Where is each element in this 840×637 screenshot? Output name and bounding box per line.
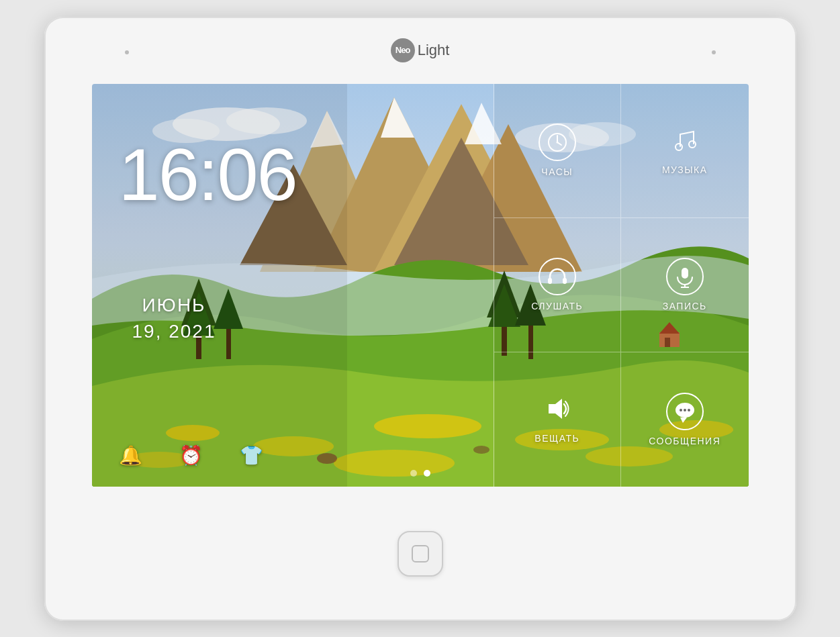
panel-broadcast[interactable]: ВЕЩАТЬ: [494, 352, 622, 487]
panel-messages[interactable]: СООБЩЕНИЯ: [621, 352, 749, 487]
clock-circle-icon: [539, 124, 576, 161]
mic-icon: [666, 258, 704, 295]
shirt-icon[interactable]: 👕: [240, 444, 263, 467]
broadcast-label: ВЕЩАТЬ: [534, 433, 579, 444]
svg-point-54: [688, 409, 690, 411]
page-dots: [410, 470, 430, 477]
svg-marker-10: [381, 97, 414, 138]
device-bottom: [398, 487, 443, 621]
brand-logo: Neo Light: [391, 38, 450, 62]
svg-point-53: [684, 409, 686, 411]
record-label: ЗАПИСЬ: [663, 301, 707, 311]
clock-label: ЧАСЫ: [541, 166, 573, 177]
device-top: Neo Light: [44, 17, 796, 84]
svg-rect-47: [682, 268, 688, 279]
home-button-icon: [412, 545, 429, 562]
right-panel: ЧАСЫ МУЗЫКА: [494, 84, 749, 487]
bell-icon[interactable]: 🔔: [119, 444, 142, 467]
panel-clock[interactable]: ЧАСЫ: [494, 84, 622, 218]
svg-point-44: [689, 141, 696, 148]
svg-point-17: [374, 414, 481, 438]
messages-label: СООБЩЕНИЯ: [649, 436, 720, 446]
svg-point-24: [473, 446, 489, 454]
logo-circle: Neo: [391, 38, 415, 62]
page-dot-1[interactable]: [410, 470, 417, 477]
chat-icon: [666, 393, 704, 430]
panel-listen[interactable]: СЛУШАТЬ: [494, 218, 622, 352]
page-dot-2[interactable]: [424, 470, 430, 477]
logo-light: Light: [418, 42, 450, 59]
svg-marker-12: [310, 111, 344, 148]
svg-marker-7: [314, 97, 481, 272]
svg-point-42: [556, 142, 558, 144]
logo-neo: Neo: [395, 45, 410, 55]
svg-point-23: [317, 453, 337, 464]
clock-time: 16:06: [119, 138, 297, 211]
svg-point-52: [680, 409, 682, 411]
day-year-label: 19, 2021: [132, 318, 216, 344]
clock-date: ИЮНЬ 19, 2021: [132, 292, 216, 344]
svg-rect-45: [548, 278, 552, 284]
camera-dot-left: [125, 50, 129, 54]
svg-point-2: [226, 107, 307, 134]
headphones-icon: [539, 258, 576, 295]
svg-rect-28: [226, 326, 231, 359]
home-button[interactable]: [398, 531, 443, 577]
music-label: МУЗЫКА: [662, 164, 708, 175]
svg-marker-29: [214, 289, 243, 329]
listen-label: СЛУШАТЬ: [531, 301, 583, 311]
panel-music[interactable]: МУЗЫКА: [621, 84, 749, 218]
device: Neo Light: [44, 17, 796, 621]
svg-marker-50: [549, 399, 562, 419]
camera-dot-right: [712, 50, 716, 54]
svg-point-21: [334, 450, 455, 477]
panel-record[interactable]: ЗАПИСЬ: [621, 218, 749, 352]
speaker-icon: [543, 395, 571, 428]
screen: 16:06 ИЮНЬ 19, 2021 🔔 ⏰ 👕: [92, 84, 749, 487]
month-label: ИЮНЬ: [132, 292, 216, 318]
alarm-icon[interactable]: ⏰: [179, 444, 203, 467]
svg-point-16: [253, 436, 334, 456]
bottom-icons-bar: 🔔 ⏰ 👕: [119, 444, 263, 467]
svg-point-43: [675, 144, 682, 150]
svg-rect-46: [563, 278, 567, 284]
svg-point-15: [166, 425, 220, 441]
music-icon: [671, 126, 699, 159]
